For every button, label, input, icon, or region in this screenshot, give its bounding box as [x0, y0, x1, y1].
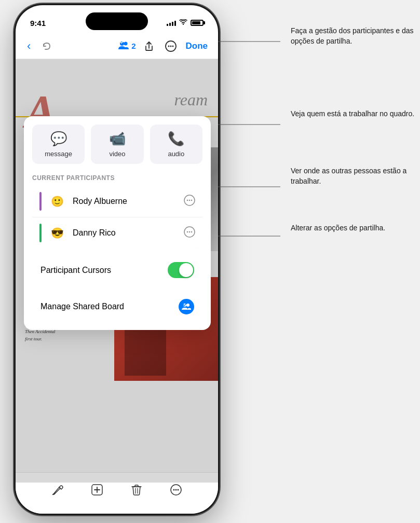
annotations-panel: Faça a gestão dos participantes e das op… — [218, 5, 415, 508]
more-tools-button[interactable] — [167, 480, 185, 499]
status-icons — [167, 19, 204, 27]
cursors-toggle[interactable] — [168, 262, 194, 278]
dynamic-island — [86, 12, 148, 30]
done-button[interactable]: Done — [184, 39, 210, 53]
pen-tool-button[interactable] — [48, 480, 67, 499]
more-button[interactable] — [162, 37, 180, 55]
participant-name-1: Rody Albuerne — [73, 197, 178, 206]
participant-name-2: Danny Rico — [73, 228, 178, 238]
svg-point-15 — [186, 304, 189, 307]
svg-point-5 — [172, 45, 173, 47]
svg-point-11 — [187, 231, 188, 232]
annotation-text-1: Faça a gestão dos participantes e das op… — [291, 26, 414, 45]
participant-row: 🙂 Rody Albuerne — [32, 186, 202, 217]
message-label: message — [45, 150, 72, 158]
status-time: 9:41 — [30, 19, 46, 27]
message-icon: 💬 — [50, 131, 67, 147]
participants-count: 2 — [131, 42, 136, 50]
svg-point-3 — [168, 45, 169, 47]
share-popup: 💬 message 📹 video 📞 audio CURRENT PARTIC… — [24, 116, 211, 330]
manage-label: Manage Shared Board — [40, 302, 124, 311]
annotation-4: Alterar as opções de partilha. — [291, 223, 415, 233]
phone-frame: 9:41 ‹ — [16, 5, 218, 514]
svg-point-12 — [189, 231, 191, 232]
participant-color-bar-2 — [39, 224, 42, 242]
audio-share-button[interactable]: 📞 audio — [150, 125, 202, 164]
svg-point-7 — [187, 199, 188, 201]
add-element-button[interactable] — [88, 480, 106, 499]
share-buttons-row: 💬 message 📹 video 📞 audio — [32, 125, 202, 164]
audio-label: audio — [168, 150, 184, 158]
annotation-text-4: Alterar as opções de partilha. — [291, 224, 385, 232]
svg-point-8 — [189, 199, 191, 201]
participant-cursors-row[interactable]: Participant Cursors — [32, 255, 202, 285]
svg-point-19 — [175, 489, 177, 490]
back-button[interactable]: ‹ — [24, 37, 34, 55]
signal-icon — [167, 20, 176, 26]
annotation-2: Veja quem está a trabalhar no quadro. — [291, 109, 415, 119]
participants-button[interactable]: 2 — [118, 40, 136, 51]
svg-point-13 — [191, 231, 193, 232]
annotation-text-2: Veja quem está a trabalhar no quadro. — [291, 109, 414, 118]
toolbar: ‹ 2 — [16, 33, 218, 59]
svg-point-9 — [191, 199, 193, 201]
undo-button[interactable] — [38, 37, 56, 55]
annotation-1: Faça a gestão dos participantes e das op… — [291, 26, 415, 46]
main-content: A ream O.phAnlofu in an ilundmedEuropean… — [16, 59, 218, 483]
svg-point-18 — [173, 489, 175, 490]
section-label: CURRENT PARTICIPANTS — [32, 174, 202, 182]
message-share-button[interactable]: 💬 message — [32, 125, 85, 164]
svg-point-4 — [170, 45, 171, 47]
participant-color-bar-1 — [39, 192, 42, 211]
annotation-text-3: Ver onde as outras pessoas estão a traba… — [291, 167, 407, 185]
svg-point-20 — [178, 489, 179, 490]
video-label: video — [109, 150, 125, 158]
annotation-3: Ver onde as outras pessoas estão a traba… — [291, 166, 415, 186]
manage-shared-board-row[interactable]: Manage Shared Board — [32, 292, 202, 322]
video-share-button[interactable]: 📹 video — [91, 125, 143, 164]
participants-list: 🙂 Rody Albuerne 😎 Danny Rico — [32, 186, 202, 249]
audio-icon: 📞 — [168, 131, 184, 147]
participant-avatar-1: 🙂 — [48, 192, 66, 211]
toggle-label: Participant Cursors — [40, 266, 111, 275]
participant-more-button-2[interactable] — [184, 226, 195, 240]
participant-row-2: 😎 Danny Rico — [32, 217, 202, 249]
participant-avatar-2: 😎 — [48, 224, 66, 242]
battery-icon — [191, 20, 204, 26]
participant-more-button-1[interactable] — [184, 195, 195, 209]
delete-button[interactable] — [127, 480, 146, 499]
video-icon: 📹 — [109, 131, 126, 147]
svg-point-1 — [124, 42, 128, 46]
manage-icon — [179, 299, 194, 314]
toggle-thumb — [179, 263, 193, 277]
wifi-icon — [179, 19, 187, 27]
share-button[interactable] — [140, 37, 158, 55]
participants-icon — [118, 40, 129, 51]
